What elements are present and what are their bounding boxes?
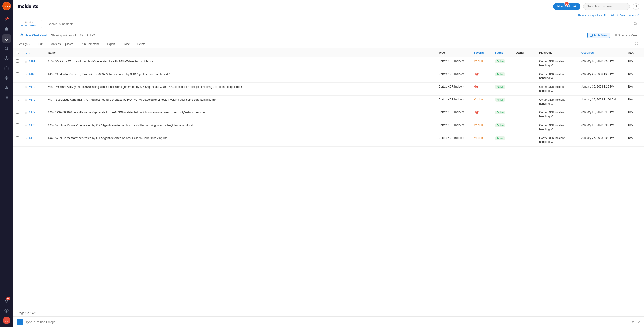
sidebar-user-icon[interactable]: [3, 317, 10, 324]
table-view-button[interactable]: Table View: [587, 33, 610, 38]
toolbar-left: Show Chart Panel Showing incidents 1 to …: [18, 32, 587, 38]
incident-id-link[interactable]: #179: [29, 85, 35, 89]
star-icon[interactable]: ☆: [24, 111, 28, 114]
date-filter[interactable]: Created All times: [18, 20, 42, 28]
showing-text: Showing incidents 1 to 22 out of 22: [51, 34, 95, 37]
star-icon[interactable]: ☆: [24, 123, 28, 127]
incidents-tbody: ☆ #181 #50 - 'Malicious Windows Executab…: [13, 57, 644, 147]
row-occurred-cell: January 30, 2023 1:33 PM: [578, 70, 625, 83]
export-action[interactable]: Export: [106, 42, 116, 47]
table-row[interactable]: ☆ #176 #45 - 'WildFire Malware' generate…: [13, 121, 644, 134]
row-checkbox[interactable]: [16, 72, 19, 75]
row-severity-cell: Medium: [471, 95, 492, 108]
edit-action[interactable]: Edit: [37, 42, 45, 47]
row-name-cell: #50 - 'Malicious Windows Executable' gen…: [45, 57, 436, 70]
help-button[interactable]: ?: [633, 3, 639, 10]
incident-id-link[interactable]: #181: [29, 60, 35, 63]
sidebar-automations-icon[interactable]: [2, 94, 11, 102]
star-icon[interactable]: ☆: [24, 136, 28, 140]
row-name-cell: #45 - 'WildFire Malware' generated by XD…: [45, 121, 436, 134]
type-column-header: Type: [436, 49, 471, 57]
severity-column-header[interactable]: Severity: [471, 49, 492, 57]
refresh-icon[interactable]: ↻: [604, 14, 606, 17]
sidebar-marketplace-icon[interactable]: [2, 74, 11, 82]
svg-text:XSOAR: XSOAR: [3, 6, 10, 8]
incidents-table: ID ↓ Name Type Severity Status Owner Pla…: [13, 49, 644, 147]
table-row[interactable]: ☆ #177 #46 - 'DGA:666096.drctcldfafwr.co…: [13, 108, 644, 121]
sidebar-home-icon[interactable]: [2, 25, 11, 33]
assign-action[interactable]: Assign: [18, 42, 32, 47]
row-owner-cell: [513, 95, 536, 108]
table-header-row: ID ↓ Name Type Severity Status Owner Pla…: [13, 49, 644, 57]
id-column-header[interactable]: ID ↓: [22, 49, 45, 57]
status-column-header[interactable]: Status: [492, 49, 513, 57]
markdown-icon[interactable]: M↓: [632, 320, 636, 324]
sidebar-incidents-icon[interactable]: [2, 35, 11, 43]
star-icon[interactable]: ☆: [24, 85, 28, 89]
star-icon[interactable]: ☆: [24, 98, 28, 102]
row-name-cell: #44 - 'WildFire Malware' generated by XD…: [45, 134, 436, 147]
row-checkbox[interactable]: [16, 85, 19, 88]
show-chart-panel-button[interactable]: Show Chart Panel: [18, 32, 49, 38]
sidebar-bell-icon[interactable]: 34: [2, 297, 11, 305]
star-icon[interactable]: ☆: [24, 60, 28, 63]
sidebar-timer-icon[interactable]: [2, 54, 11, 63]
incident-id-link[interactable]: #178: [29, 98, 35, 101]
row-severity-cell: High: [471, 70, 492, 83]
row-status-cell: Active: [492, 121, 513, 134]
incident-id-link[interactable]: #176: [29, 124, 35, 127]
table-row[interactable]: ☆ #179 #48 - 'Malware Activity - 6915557…: [13, 83, 644, 96]
table-settings-button[interactable]: [634, 41, 639, 47]
mark-duplicate-action[interactable]: Mark as Duplicate: [50, 42, 75, 47]
row-type-cell: Cortex XDR Incident: [436, 83, 471, 96]
global-search-input[interactable]: [583, 3, 630, 10]
delete-action[interactable]: Delete: [136, 42, 147, 47]
select-all-header: [13, 49, 22, 57]
row-id-cell: ☆ #176: [22, 121, 45, 134]
occurred-column-header[interactable]: Occurred: [578, 49, 625, 57]
select-all-checkbox[interactable]: [16, 51, 19, 54]
chat-bar: ! M↓ ⤢: [13, 316, 644, 327]
row-playbook-cell: Cortex XDR incident handling v3: [536, 70, 578, 83]
chat-input[interactable]: [26, 320, 630, 324]
row-type-cell: Cortex XDR Incident: [436, 57, 471, 70]
filter-bar: Created All times: [13, 17, 644, 31]
table-row[interactable]: ☆ #175 #44 - 'WildFire Malware' generate…: [13, 134, 644, 147]
row-playbook-cell: Cortex XDR incident handling v3: [536, 57, 578, 70]
sidebar-jobs-icon[interactable]: [2, 64, 11, 72]
incidents-search-input[interactable]: [45, 21, 639, 28]
sidebar-analytics-icon[interactable]: [2, 84, 11, 92]
table-row[interactable]: ☆ #181 #50 - 'Malicious Windows Executab…: [13, 57, 644, 70]
sidebar-settings-icon[interactable]: [2, 307, 11, 315]
row-checkbox-cell: [13, 70, 22, 83]
row-status-cell: Active: [492, 70, 513, 83]
row-checkbox[interactable]: [16, 123, 19, 127]
saved-queries-icon[interactable]: ↗: [637, 14, 639, 17]
sidebar-pin-icon[interactable]: 📌: [2, 15, 11, 23]
saved-queries-link[interactable]: to Saved queries: [617, 14, 636, 17]
run-command-action[interactable]: Run Command: [79, 42, 101, 47]
row-checkbox[interactable]: [16, 136, 19, 139]
sidebar-investigations-icon[interactable]: [2, 44, 11, 53]
app-logo[interactable]: XSOAR: [2, 2, 11, 10]
row-status-cell: Active: [492, 57, 513, 70]
svg-point-17: [6, 319, 7, 320]
star-icon[interactable]: ☆: [24, 72, 28, 76]
table-row[interactable]: ☆ #180 #49 - 'Credential Gathering Prote…: [13, 70, 644, 83]
row-checkbox[interactable]: [16, 60, 19, 63]
incident-id-link[interactable]: #180: [29, 73, 35, 76]
row-checkbox[interactable]: [16, 98, 19, 101]
table-row[interactable]: ☆ #178 #47 - 'Suspicious Abnormal RPC Re…: [13, 95, 644, 108]
summary-view-button[interactable]: Summary View: [612, 33, 639, 38]
incident-id-link[interactable]: #177: [29, 111, 35, 114]
chat-action-button[interactable]: !: [17, 318, 24, 325]
table-icon: [590, 34, 593, 37]
row-owner-cell: [513, 108, 536, 121]
close-action[interactable]: Close: [121, 42, 131, 47]
incident-id-link[interactable]: #175: [29, 137, 35, 140]
row-owner-cell: [513, 70, 536, 83]
row-checkbox[interactable]: [16, 111, 19, 114]
chat-btn-symbol: !: [20, 320, 20, 324]
add-to-saved-link[interactable]: Add: [610, 14, 615, 17]
expand-icon[interactable]: ⤢: [638, 320, 640, 324]
